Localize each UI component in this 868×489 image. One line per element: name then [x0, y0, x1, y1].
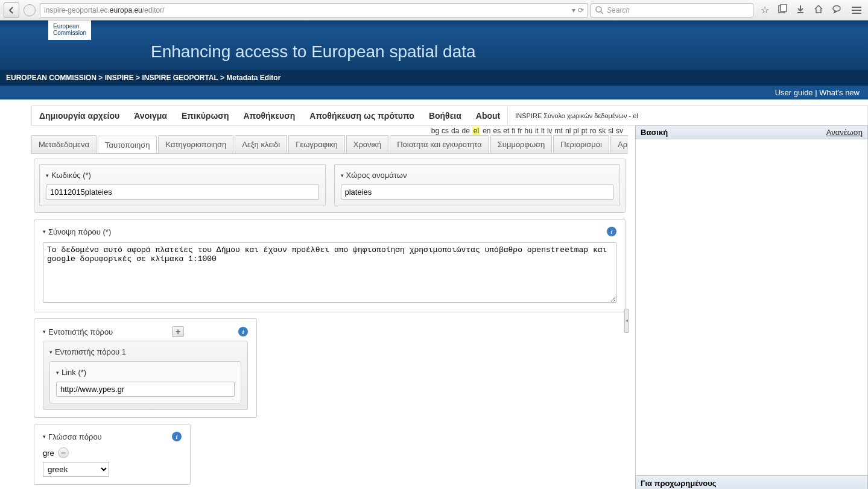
code-label: Κωδικός (*) — [51, 171, 91, 180]
tab-1[interactable]: Ταυτοποιηση — [98, 136, 157, 154]
menu-open[interactable]: Άνοιγμα — [127, 106, 174, 125]
breadcrumb-link[interactable]: INSPIRE GEOPORTAL — [142, 74, 218, 82]
namespace-label: Χώρος ονομάτων — [346, 171, 407, 180]
home-icon[interactable] — [814, 4, 823, 16]
url-path: /editor/ — [142, 6, 165, 14]
dataset-label: INSPIRE Σύνολο χωρικών δεδομένων - el — [507, 107, 645, 124]
lang-sk[interactable]: sk — [598, 127, 606, 135]
lang-pt[interactable]: pt — [581, 127, 588, 135]
tab-4[interactable]: Γεωγραφικη — [288, 135, 345, 153]
lang-bg[interactable]: bg — [431, 127, 439, 135]
tab-3[interactable]: Λεξη κλειδι — [235, 135, 287, 153]
refresh-link[interactable]: Ανανέωση — [826, 128, 863, 137]
url-bar[interactable]: inspire-geoportal.ec.europa.eu/editor/ ▾… — [40, 3, 588, 17]
top-links: User guide | What's new — [0, 86, 868, 99]
gre-text: gre — [43, 449, 54, 458]
menu-save[interactable]: Αποθήκευση — [236, 106, 302, 125]
abstract-textarea[interactable] — [43, 242, 616, 303]
lang-ro[interactable]: ro — [590, 127, 597, 135]
main-shell: Δημιουργία αρχείου Άνοιγμα Επικύρωση Απο… — [0, 99, 868, 489]
tab-9[interactable]: Αρμόδιο μέρο — [610, 135, 628, 153]
menu-new[interactable]: Δημιουργία αρχείου — [32, 106, 127, 125]
collapse-icon[interactable]: ▾ — [56, 370, 59, 376]
svg-rect-3 — [781, 4, 787, 11]
collapse-icon[interactable]: ▾ — [49, 349, 52, 355]
tab-6[interactable]: Ποιοτητα και εγκυροτητα — [390, 135, 489, 153]
collapse-icon[interactable]: ▾ — [46, 172, 49, 178]
form-area[interactable]: ▾Κωδικός (*) ▾Χώρος ονομάτων ▾Σύνοψη πόρ… — [31, 154, 628, 489]
user-guide-link[interactable]: User guide — [775, 88, 813, 97]
locator-item-label: Εντοπιστής πόρου 1 — [55, 347, 126, 356]
menu-save-template[interactable]: Αποθήκευση ως πρότυπο — [302, 106, 422, 125]
page-scroll[interactable]: European Commission Enhancing access to … — [0, 21, 868, 489]
whats-new-link[interactable]: What's new — [819, 88, 860, 97]
site-identity-icon[interactable] — [24, 4, 36, 16]
breadcrumb-link[interactable]: INSPIRE — [105, 74, 134, 82]
chat-icon[interactable] — [832, 4, 841, 16]
lang-da[interactable]: da — [451, 127, 459, 135]
info-icon[interactable]: i — [238, 327, 248, 336]
lang-lt[interactable]: lt — [541, 127, 545, 135]
link-panel: ▾Link (*) — [49, 361, 241, 403]
lang-it[interactable]: it — [535, 127, 539, 135]
right-advanced-label[interactable]: Για προχωρημένους — [635, 476, 868, 489]
reading-list-icon[interactable] — [778, 4, 787, 16]
lang-nl[interactable]: nl — [565, 127, 571, 135]
info-icon[interactable]: i — [172, 432, 182, 441]
menu-validate[interactable]: Επικύρωση — [174, 106, 236, 125]
locator-item-panel: ▾Εντοπιστής πόρου 1 ▾Link (*) — [43, 341, 248, 410]
browser-toolbar: inspire-geoportal.ec.europa.eu/editor/ ▾… — [0, 0, 868, 21]
add-icon[interactable]: + — [172, 326, 184, 337]
lang-hu[interactable]: hu — [525, 127, 533, 135]
gre-row: gre − — [43, 447, 182, 458]
svg-point-0 — [596, 7, 601, 12]
tab-7[interactable]: Συμμορφωση — [490, 135, 553, 153]
lang-et[interactable]: et — [503, 127, 509, 135]
menu-help[interactable]: Βοήθεια — [422, 106, 469, 125]
info-icon[interactable]: i — [607, 227, 616, 236]
lang-el[interactable]: el — [472, 127, 480, 135]
lang-fi[interactable]: fi — [512, 127, 515, 135]
lang-en[interactable]: en — [483, 127, 490, 135]
tab-8[interactable]: Περιορισμοι — [553, 135, 609, 153]
left-column: bgcsdadeelenesetfifrhuitltlvmtnlplptrosk… — [31, 125, 628, 489]
menu-about[interactable]: About — [469, 106, 507, 125]
remove-icon[interactable]: − — [58, 447, 69, 458]
bookmark-icon[interactable]: ☆ — [761, 4, 769, 16]
lang-mt[interactable]: mt — [555, 127, 563, 135]
ec-line1: European — [53, 23, 86, 30]
reload-icon[interactable]: ⟳ — [578, 6, 584, 14]
splitter-handle[interactable] — [624, 309, 629, 333]
lang-fr[interactable]: fr — [518, 127, 522, 135]
lang-pl[interactable]: pl — [573, 127, 578, 135]
breadcrumb-link[interactable]: EUROPEAN COMMISSION — [6, 74, 97, 82]
tab-2[interactable]: Κατηγοριοποιηση — [158, 135, 233, 153]
lang-cs[interactable]: cs — [442, 127, 449, 135]
dropdown-icon[interactable]: ▾ — [572, 6, 575, 14]
code-input[interactable] — [46, 185, 319, 200]
lang-lv[interactable]: lv — [547, 127, 553, 135]
lang-sv[interactable]: sv — [616, 127, 623, 135]
menu-icon[interactable] — [849, 4, 864, 17]
search-bar[interactable]: Search — [591, 3, 753, 17]
menubar: Δημιουργία αρχείου Άνοιγμα Επικύρωση Απο… — [31, 106, 868, 126]
downloads-icon[interactable] — [796, 4, 805, 16]
search-icon — [595, 5, 604, 15]
collapse-icon[interactable]: ▾ — [43, 229, 46, 235]
code-panel: ▾Κωδικός (*) — [39, 164, 326, 206]
collapse-icon[interactable]: ▾ — [43, 434, 46, 440]
abstract-panel: ▾Σύνοψη πόρου (*) i — [34, 219, 626, 312]
tab-5[interactable]: Χρονική — [346, 135, 388, 153]
collapse-icon[interactable]: ▾ — [341, 172, 344, 178]
language-select[interactable]: greek — [43, 462, 109, 477]
tab-0[interactable]: Μεταδεδομενα — [31, 135, 97, 153]
lang-sl[interactable]: sl — [608, 127, 613, 135]
lang-es[interactable]: es — [493, 127, 501, 135]
ec-line2: Commission — [53, 30, 86, 36]
svg-line-1 — [601, 11, 603, 14]
link-input[interactable] — [56, 382, 235, 397]
namespace-input[interactable] — [341, 185, 614, 200]
lang-de[interactable]: de — [461, 127, 469, 135]
back-button[interactable] — [4, 2, 19, 18]
collapse-icon[interactable]: ▾ — [43, 329, 46, 335]
